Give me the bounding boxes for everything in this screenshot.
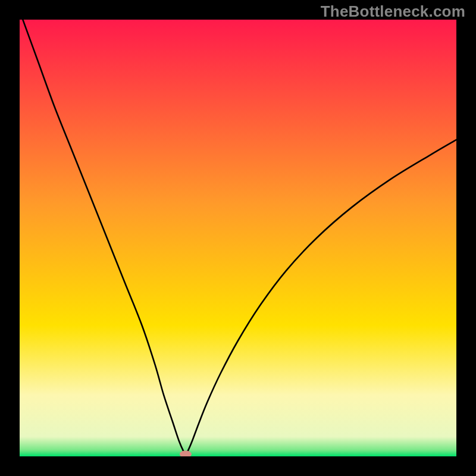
bottleneck-chart [0,0,476,476]
gradient-background [20,20,456,456]
watermark-text: TheBottleneck.com [321,2,465,21]
curve-minimum-marker [180,450,192,458]
chart-frame: TheBottleneck.com [0,0,476,476]
